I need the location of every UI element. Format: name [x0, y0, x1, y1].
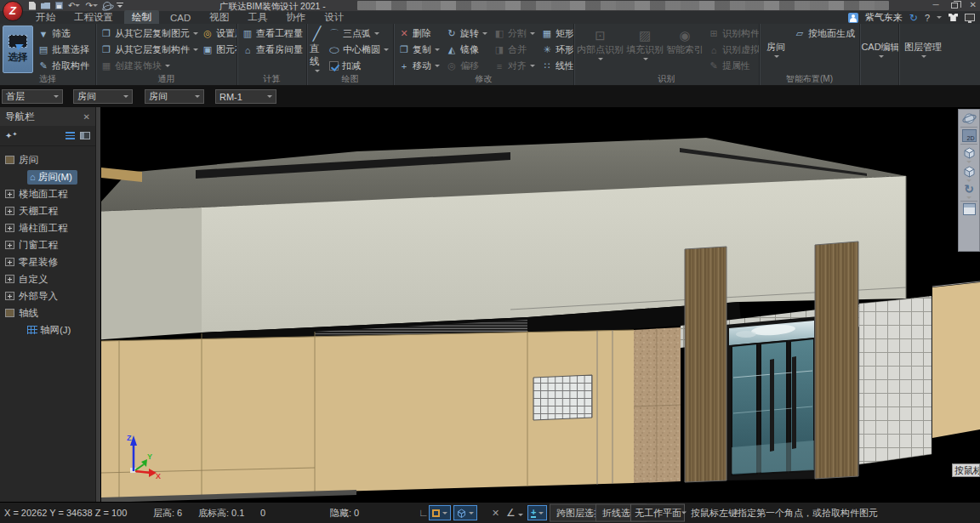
view-room-quantity-button[interactable]: ⌂查看房间量 [240, 42, 304, 58]
view-quantity-button[interactable]: ▥查看工程量 [240, 26, 304, 42]
rotate-button[interactable]: ↻旋转 [444, 26, 489, 42]
tab-tools[interactable]: 工具 [240, 10, 275, 25]
app-logo[interactable]: Z [3, 1, 23, 21]
pick-component-button[interactable]: ✎拾取构件 [36, 58, 91, 74]
mirror-button[interactable]: ◭镜像 [444, 42, 489, 58]
sparkle-icon[interactable]: ✦✦ [5, 131, 17, 140]
tree-item-axis-grid[interactable]: 轴网(J) [0, 321, 95, 338]
polar-array-button[interactable]: ✳环形阵列 [539, 42, 573, 58]
restore-button[interactable] [951, 3, 958, 9]
tree-category-room[interactable]: 房间 [0, 151, 95, 168]
batch-select-button[interactable]: ▤批量选择 [36, 42, 91, 58]
tree-item-room-selected[interactable]: ⌂房间(M) [0, 168, 95, 185]
copy-button[interactable]: ❐复制 [396, 42, 442, 58]
category-select[interactable]: 房间 [73, 89, 133, 104]
filter-select-button[interactable]: ▼筛选 [36, 26, 91, 42]
line-button[interactable]: ╱ 直线 [310, 26, 324, 73]
align-button[interactable]: ≡对齐 [492, 58, 537, 74]
save-element-button[interactable]: ▣图元存盘 [200, 42, 236, 58]
deduct-checkbox[interactable]: 扣减 [327, 58, 390, 74]
save-button[interactable] [55, 1, 63, 10]
copy-components-from-layer-button[interactable]: ❐从其它层复制构件 [99, 42, 200, 58]
tree-category-external-import[interactable]: 外部导入 [0, 287, 95, 304]
move-button[interactable]: +移动 [396, 58, 442, 74]
cross-cursor-icon[interactable]: ✕ [492, 508, 499, 519]
cad-edit-button[interactable]: CAD编辑 [863, 26, 898, 73]
open-file-button[interactable] [41, 1, 50, 10]
tree-category-wall-column-works[interactable]: 墙柱面工程 [0, 219, 95, 236]
orbit-tool-button[interactable] [103, 1, 111, 10]
copy-elements-from-layer-button[interactable]: ❐从其它层复制图元 [99, 26, 200, 42]
tab-draw[interactable]: 绘制 [124, 10, 159, 25]
smart-index-button[interactable]: ◉ 智能索引 [666, 26, 704, 56]
tree-category-custom[interactable]: 自定义 [0, 270, 95, 287]
extract-properties-button[interactable]: ✎提属性 [706, 58, 759, 74]
help-button[interactable]: ? [925, 13, 930, 23]
calculator-icon[interactable] [963, 203, 976, 215]
2d-view-button[interactable]: 2D [962, 129, 977, 142]
recognize-virtual-room-button[interactable]: ⌂识别虚拟房间 [706, 42, 759, 58]
workplane-select[interactable]: 无工作平面 [630, 504, 685, 522]
fill-recognize-button[interactable]: ▨ 填充识别 [626, 26, 664, 60]
undo-button[interactable]: ↶ [68, 1, 80, 10]
list-view-icon[interactable] [66, 132, 75, 139]
orbit-view-icon[interactable] [962, 112, 977, 125]
user-avatar[interactable] [848, 13, 858, 23]
tree-category-ceiling-works[interactable]: 天棚工程 [0, 202, 95, 219]
center-ellipse-button[interactable]: ◯中心椭圆 [327, 42, 390, 58]
linear-array-button[interactable]: ∷线性阵列 [539, 58, 573, 74]
internal-point-recognize-button[interactable]: ⊡ 内部点识别 [577, 26, 624, 60]
floor-select[interactable]: 首层 [2, 89, 63, 104]
tab-view[interactable]: 视图 [202, 10, 236, 25]
ortho-icon[interactable]: ∟ [419, 507, 429, 519]
tree-category-floor-works[interactable]: 楼地面工程 [0, 185, 95, 202]
tab-start[interactable]: 开始 [28, 10, 63, 25]
redo-button[interactable]: ↷ [85, 1, 97, 10]
view-mode-button[interactable] [453, 505, 477, 520]
tree-category-axis[interactable]: 轴线 [0, 304, 95, 321]
tab-design[interactable]: 设计 [316, 10, 351, 25]
workspace-monitor-icon[interactable] [965, 14, 975, 21]
theme-shirt-icon[interactable] [949, 14, 958, 21]
angle-snap-button[interactable]: ∠ [506, 507, 523, 519]
isometric-view-icon[interactable] [962, 146, 977, 159]
draw-mode-button[interactable]: + [527, 505, 547, 520]
tab-cad[interactable]: CAD [162, 12, 198, 24]
generate-by-floor-button[interactable]: ▱按地面生成 [792, 26, 857, 42]
create-decor-block-button[interactable]: ▦创建装饰块 [99, 58, 200, 74]
dropdown-arrow-icon [384, 48, 389, 51]
group-label-recognize: 识别 [574, 73, 759, 85]
cube-view-icon[interactable] [962, 165, 977, 178]
chevron-down-icon[interactable] [966, 196, 971, 199]
minimize-button[interactable]: ─ [933, 1, 939, 9]
select-button[interactable]: 选择 [3, 26, 33, 73]
close-button[interactable]: ✕ [970, 1, 977, 9]
element-select[interactable]: RM-1 [215, 89, 276, 104]
layer-manage-button[interactable]: 图层管理 [902, 26, 944, 73]
user-name[interactable]: 紫气东来 [865, 11, 903, 24]
set-origin-button[interactable]: ◎设置原点 [200, 26, 236, 42]
rect-array-button[interactable]: ▦矩形阵列 [539, 26, 573, 42]
help-dropdown-icon[interactable] [937, 16, 942, 19]
split-button[interactable]: ◧分割 [492, 26, 537, 42]
rotate-view-icon[interactable]: ↻ [964, 184, 974, 195]
merge-button[interactable]: ◨合并 [492, 42, 537, 58]
three-point-arc-button[interactable]: ⌒三点弧 [327, 26, 390, 42]
nav-close-icon[interactable]: ✕ [83, 112, 90, 122]
offset-button[interactable]: ◎偏移 [444, 58, 489, 74]
type-select[interactable]: 房间 [145, 89, 204, 104]
panel-view-icon[interactable] [80, 132, 90, 139]
customize-toolbar-button[interactable] [117, 1, 123, 10]
tree-category-door-window-works[interactable]: 门窗工程 [0, 236, 95, 253]
chevron-down-icon[interactable] [966, 161, 971, 163]
model-viewport[interactable]: Z X Y 按鼠标左 [101, 107, 980, 502]
tab-project-settings[interactable]: 工程设置 [66, 10, 121, 25]
snap-mode-button[interactable] [429, 505, 451, 520]
sync-icon[interactable]: ↻ [909, 13, 918, 23]
tree-category-misc-decoration[interactable]: 零星装修 [0, 253, 95, 270]
tab-collaborate[interactable]: 协作 [278, 10, 313, 25]
delete-button[interactable]: ✕删除 [396, 26, 442, 42]
new-file-button[interactable] [29, 1, 36, 10]
recognize-component-button[interactable]: ⊞识别构件 [706, 26, 759, 42]
room-button[interactable]: 房间 [762, 26, 789, 73]
